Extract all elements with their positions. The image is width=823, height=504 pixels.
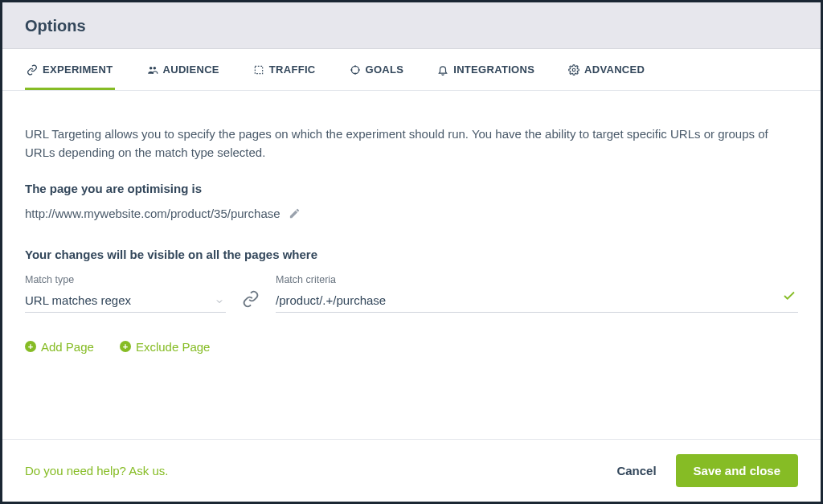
match-criteria-label: Match criteria	[276, 274, 798, 285]
plus-icon: +	[25, 341, 36, 352]
visible-label: Your changes will be visible on all the …	[25, 248, 798, 261]
svg-point-8	[572, 68, 575, 72]
tab-goals[interactable]: GOALS	[348, 49, 406, 90]
content-area: URL Targeting allows you to specify the …	[2, 91, 821, 439]
modal-footer: Do you need help? Ask us. Cancel Save an…	[2, 439, 821, 502]
tab-label: ADVANCED	[584, 64, 645, 76]
tab-experiment[interactable]: EXPERIMENT	[25, 49, 115, 90]
tab-traffic[interactable]: TRAFFIC	[252, 49, 317, 90]
help-link[interactable]: Do you need help? Ask us.	[25, 464, 168, 477]
check-icon	[782, 289, 796, 306]
tab-label: AUDIENCE	[163, 64, 219, 76]
svg-point-0	[149, 66, 152, 69]
save-button[interactable]: Save and close	[676, 454, 798, 487]
plus-icon: +	[120, 341, 131, 352]
match-type-select[interactable]: URL matches regex	[25, 290, 226, 313]
intro-text: URL Targeting allows you to specify the …	[25, 125, 798, 162]
exclude-page-button[interactable]: + Exclude Page	[120, 340, 211, 354]
svg-point-3	[351, 66, 358, 73]
optimising-url-row: http://www.mywebsite.com/product/35/purc…	[25, 207, 798, 220]
tab-label: EXPERIMENT	[43, 64, 113, 76]
tab-bar: EXPERIMENT AUDIENCE TRAFFIC GOALS INTEGR…	[2, 49, 821, 91]
tab-integrations[interactable]: INTEGRATIONS	[436, 49, 536, 90]
match-row: Match type URL matches regex Match crite…	[25, 274, 798, 313]
page-title: Options	[25, 17, 798, 35]
chain-icon	[240, 289, 261, 309]
svg-point-1	[153, 66, 156, 69]
add-page-label: Add Page	[41, 340, 94, 354]
match-criteria-field: Match criteria	[276, 274, 798, 313]
modal-header: Options	[2, 2, 821, 49]
gear-icon	[568, 64, 579, 76]
svg-rect-2	[255, 66, 262, 73]
crosshair-icon	[350, 64, 361, 76]
tab-label: TRAFFIC	[269, 64, 316, 76]
link-icon	[27, 64, 38, 76]
edit-url-icon[interactable]	[289, 207, 301, 219]
people-icon	[147, 64, 158, 76]
optimising-label: The page you are optimising is	[25, 182, 798, 195]
tab-audience[interactable]: AUDIENCE	[145, 49, 221, 90]
tab-label: GOALS	[366, 64, 404, 76]
footer-actions: Cancel Save and close	[616, 454, 798, 487]
page-actions: + Add Page + Exclude Page	[25, 340, 798, 354]
add-page-button[interactable]: + Add Page	[25, 340, 94, 354]
match-criteria-input[interactable]	[276, 290, 798, 313]
cancel-button[interactable]: Cancel	[616, 464, 656, 477]
chevron-down-icon	[215, 295, 224, 309]
exclude-page-label: Exclude Page	[136, 340, 211, 354]
optimising-url: http://www.mywebsite.com/product/35/purc…	[25, 207, 280, 220]
target-icon	[253, 64, 264, 76]
tab-advanced[interactable]: ADVANCED	[567, 49, 646, 90]
tab-label: INTEGRATIONS	[453, 64, 534, 76]
match-type-value: URL matches regex	[25, 293, 131, 307]
match-type-field: Match type URL matches regex	[25, 274, 226, 313]
match-type-label: Match type	[25, 274, 226, 285]
bell-icon	[437, 64, 448, 76]
